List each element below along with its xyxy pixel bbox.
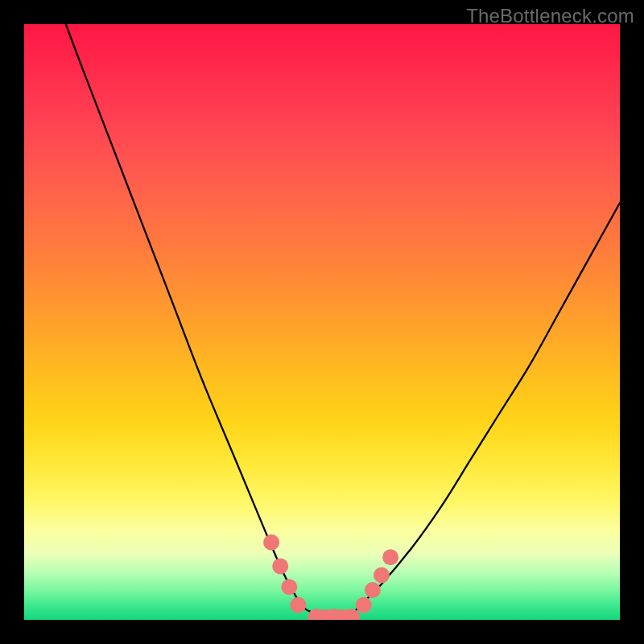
bottleneck-curve xyxy=(66,24,620,620)
marker-dot xyxy=(263,535,279,551)
marker-dot xyxy=(374,568,390,584)
marker-dot xyxy=(272,558,288,574)
plot-area xyxy=(24,24,620,620)
marker-dot xyxy=(365,582,381,598)
marker-dot xyxy=(382,549,398,565)
marker-group xyxy=(263,535,398,620)
chart-frame: TheBottleneck.com xyxy=(0,0,644,644)
marker-dot xyxy=(290,597,306,613)
marker-dot xyxy=(281,579,297,595)
marker-dot xyxy=(356,597,372,613)
curve-svg xyxy=(24,24,620,620)
